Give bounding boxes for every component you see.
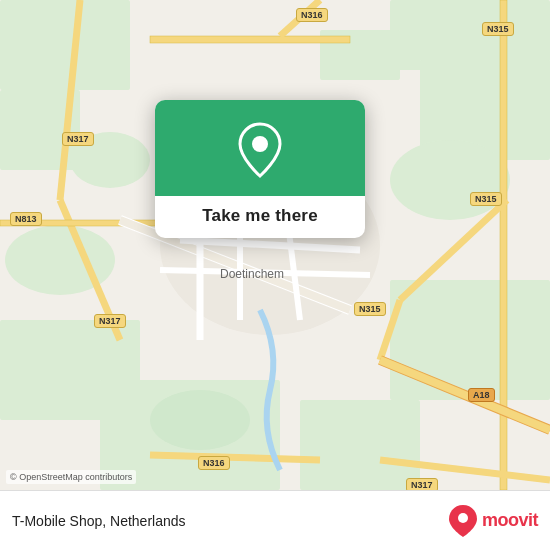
- road-label-a18: A18: [468, 388, 495, 402]
- road-label-n317-left: N317: [62, 132, 94, 146]
- map-container: Doetinchem N316 N315 N317 N813 N315 N317…: [0, 0, 550, 490]
- svg-point-11: [390, 140, 510, 220]
- moovit-icon: [448, 504, 478, 538]
- svg-point-12: [150, 390, 250, 450]
- svg-rect-1: [0, 0, 130, 90]
- moovit-logo: moovit: [448, 504, 538, 538]
- popup-card: Take me there: [155, 100, 365, 238]
- road-label-n315-bot: N315: [354, 302, 386, 316]
- svg-rect-8: [390, 280, 550, 400]
- popup-green-section: [155, 100, 365, 196]
- road-label-n316-bot: N316: [198, 456, 230, 470]
- take-me-there-button[interactable]: Take me there: [202, 206, 318, 225]
- road-label-n315-mid: N315: [470, 192, 502, 206]
- road-label-n315-tr: N315: [482, 22, 514, 36]
- svg-rect-10: [300, 400, 420, 490]
- road-label-n316-top: N316: [296, 8, 328, 22]
- bottom-bar: T-Mobile Shop, Netherlands moovit: [0, 490, 550, 550]
- location-label: T-Mobile Shop, Netherlands: [12, 513, 438, 529]
- svg-rect-15: [150, 36, 350, 43]
- popup-text-section[interactable]: Take me there: [155, 196, 365, 238]
- svg-point-37: [458, 513, 468, 523]
- location-pin-icon: [238, 122, 282, 178]
- moovit-brand-text: moovit: [482, 510, 538, 531]
- svg-text:Doetinchem: Doetinchem: [220, 267, 284, 281]
- road-label-n317-br: N317: [406, 478, 438, 490]
- svg-point-36: [252, 136, 268, 152]
- svg-line-33: [150, 455, 320, 460]
- road-label-n317-bot: N317: [94, 314, 126, 328]
- road-label-n813: N813: [10, 212, 42, 226]
- svg-rect-3: [390, 0, 550, 70]
- map-attribution: © OpenStreetMap contributors: [6, 470, 136, 484]
